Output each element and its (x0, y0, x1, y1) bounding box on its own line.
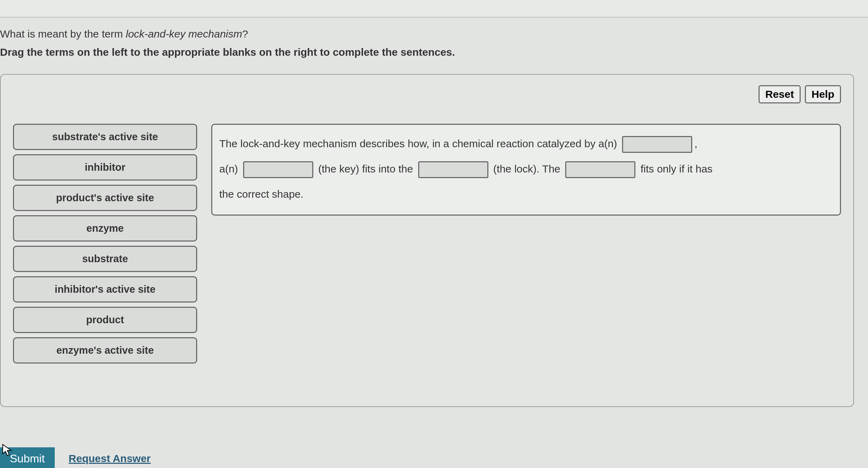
sentence-part: The lock-and-key mechanism describes how… (219, 138, 617, 149)
term-tile[interactable]: inhibitor (13, 154, 197, 181)
reset-button[interactable]: Reset (759, 85, 801, 103)
cursor-icon (2, 443, 13, 457)
question-italic: lock-and-key mechanism (126, 28, 242, 40)
term-tile[interactable]: product (13, 307, 197, 333)
workspace-panel: Reset Help substrate's active site inhib… (0, 74, 854, 407)
content-row: substrate's active site inhibitor produc… (13, 124, 841, 364)
help-button[interactable]: Help (805, 85, 841, 103)
sentence-box: The lock-and-key mechanism describes how… (211, 124, 841, 216)
workspace-top-buttons: Reset Help (759, 85, 841, 103)
sentence-comma: , (694, 138, 697, 149)
terms-column: substrate's active site inhibitor produc… (13, 124, 197, 364)
question-suffix: ? (242, 28, 248, 40)
sentence-part: the correct shape. (219, 188, 303, 200)
sentence-part: (the lock). The (493, 163, 560, 175)
footer-row: Submit Request Answer (0, 447, 151, 468)
sentence-part: a(n) (219, 163, 238, 175)
term-tile[interactable]: substrate's active site (13, 124, 197, 150)
sentence-part: (the key) fits into the (318, 163, 413, 175)
instructions-text: Drag the terms on the left to the approp… (0, 46, 868, 58)
sentence-part: fits only if it has (641, 163, 713, 175)
blank-slot-2[interactable] (243, 161, 313, 178)
blank-slot-1[interactable] (622, 136, 692, 153)
request-answer-link[interactable]: Request Answer (69, 453, 151, 468)
term-tile[interactable]: enzyme (13, 215, 197, 242)
question-text: What is meant by the term lock-and-key m… (0, 28, 868, 40)
question-prefix: What is meant by the term (0, 28, 126, 40)
term-tile[interactable]: substrate (13, 246, 197, 272)
top-bar (0, 0, 868, 18)
term-tile[interactable]: product's active site (13, 185, 197, 211)
term-tile[interactable]: enzyme's active site (13, 337, 197, 364)
blank-slot-4[interactable] (565, 161, 635, 178)
term-tile[interactable]: inhibitor's active site (13, 276, 197, 303)
question-area: What is meant by the term lock-and-key m… (0, 18, 868, 74)
blank-slot-3[interactable] (418, 161, 488, 178)
